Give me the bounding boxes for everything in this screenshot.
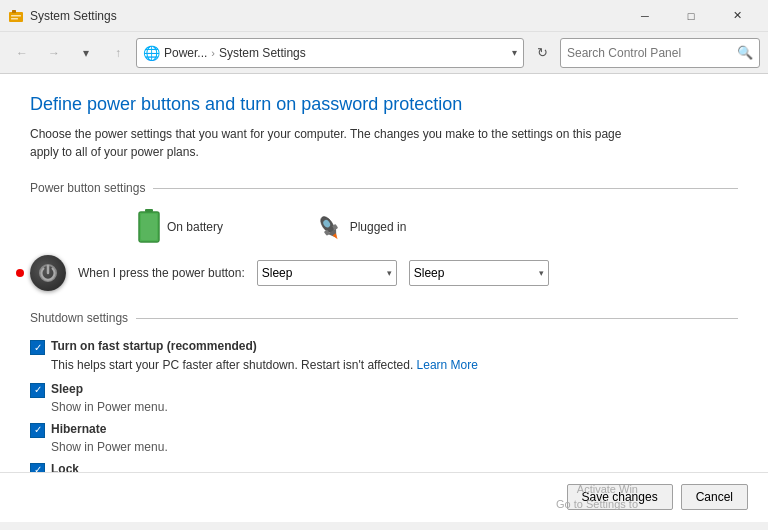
power-button-label: When I press the power button: (78, 266, 245, 280)
minimize-button[interactable]: ─ (622, 0, 668, 32)
sleep-label: Sleep (51, 382, 83, 396)
shutdown-section-header: Shutdown settings (30, 311, 738, 325)
sleep-subtext: Show in Power menu. (51, 400, 738, 414)
breadcrumb-part2: System Settings (219, 46, 306, 60)
sleep-item: ✓ Sleep Show in Power menu. (30, 382, 738, 414)
activation-watermark: Activate Win Go to Settings to (556, 482, 638, 513)
svg-rect-3 (11, 18, 18, 20)
battery-action-dropdown[interactable]: Sleep ▾ (257, 260, 397, 286)
titlebar-title: System Settings (30, 9, 622, 23)
shutdown-section-label: Shutdown settings (30, 311, 128, 325)
back-button[interactable]: ← (8, 39, 36, 67)
breadcrumb-sep: › (211, 47, 215, 59)
battery-dropdown-arrow: ▾ (387, 268, 392, 278)
refresh-button[interactable]: ↻ (528, 39, 556, 67)
cancel-button[interactable]: Cancel (681, 484, 748, 510)
fast-startup-label: Turn on fast startup (recommended) (51, 339, 257, 353)
power-section-line (153, 188, 738, 189)
titlebar: System Settings ─ □ ✕ (0, 0, 768, 32)
address-dropdown-icon[interactable]: ▾ (512, 47, 517, 58)
sleep-row: ✓ Sleep (30, 382, 738, 398)
plugged-action-value: Sleep (414, 266, 445, 280)
breadcrumb-part1: Power... (164, 46, 207, 60)
col-battery-header: On battery (90, 209, 270, 245)
plugged-dropdown-arrow: ▾ (539, 268, 544, 278)
plugged-icon (314, 212, 344, 242)
footer: Activate Win Go to Settings to Save chan… (0, 472, 768, 522)
fast-startup-check: ✓ (34, 343, 42, 353)
hibernate-checkbox[interactable]: ✓ (30, 423, 45, 438)
address-text: Power... › System Settings (164, 46, 508, 60)
battery-icon (137, 209, 161, 245)
learn-more-link[interactable]: Learn More (417, 358, 478, 372)
dropdown-button[interactable]: ▾ (72, 39, 100, 67)
up-button[interactable]: ↑ (104, 39, 132, 67)
titlebar-icon (8, 8, 24, 24)
navbar: ← → ▾ ↑ 🌐 Power... › System Settings ▾ ↻… (0, 32, 768, 74)
battery-action-value: Sleep (262, 266, 293, 280)
hibernate-subtext: Show in Power menu. (51, 440, 738, 454)
shutdown-section: Shutdown settings ✓ Turn on fast startup… (30, 311, 738, 494)
fast-startup-row: ✓ Turn on fast startup (recommended) (30, 339, 738, 355)
svg-rect-2 (11, 15, 21, 17)
svg-rect-6 (141, 214, 157, 240)
hibernate-row: ✓ Hibernate (30, 422, 738, 438)
svg-rect-0 (9, 12, 23, 22)
page-description: Choose the power settings that you want … (30, 125, 650, 161)
forward-button[interactable]: → (40, 39, 68, 67)
search-box[interactable]: 🔍 (560, 38, 760, 68)
shutdown-section-line (136, 318, 738, 319)
hibernate-check: ✓ (34, 425, 42, 435)
address-bar[interactable]: 🌐 Power... › System Settings ▾ (136, 38, 524, 68)
sleep-check: ✓ (34, 385, 42, 395)
power-section-label: Power button settings (30, 181, 145, 195)
hibernate-item: ✓ Hibernate Show in Power menu. (30, 422, 738, 454)
search-input[interactable] (567, 46, 733, 60)
power-icon (30, 255, 66, 291)
power-column-headers: On battery Plugged in (90, 209, 738, 245)
red-dot (16, 269, 24, 277)
content-area: Define power buttons and turn on passwor… (0, 74, 768, 522)
titlebar-controls: ─ □ ✕ (622, 0, 760, 32)
fast-startup-checkbox[interactable]: ✓ (30, 340, 45, 355)
search-icon: 🔍 (737, 45, 753, 60)
hibernate-label: Hibernate (51, 422, 106, 436)
power-button-row: When I press the power button: Sleep ▾ S… (30, 255, 738, 291)
page-title: Define power buttons and turn on passwor… (30, 94, 738, 115)
svg-rect-1 (12, 10, 16, 13)
address-icon: 🌐 (143, 45, 160, 61)
fast-startup-subtext: This helps start your PC faster after sh… (51, 357, 738, 374)
maximize-button[interactable]: □ (668, 0, 714, 32)
fast-startup-item: ✓ Turn on fast startup (recommended) Thi… (30, 339, 738, 374)
col-pluggedin-header: Plugged in (270, 209, 450, 245)
close-button[interactable]: ✕ (714, 0, 760, 32)
power-section-header: Power button settings (30, 181, 738, 195)
plugged-action-dropdown[interactable]: Sleep ▾ (409, 260, 549, 286)
sleep-checkbox[interactable]: ✓ (30, 383, 45, 398)
